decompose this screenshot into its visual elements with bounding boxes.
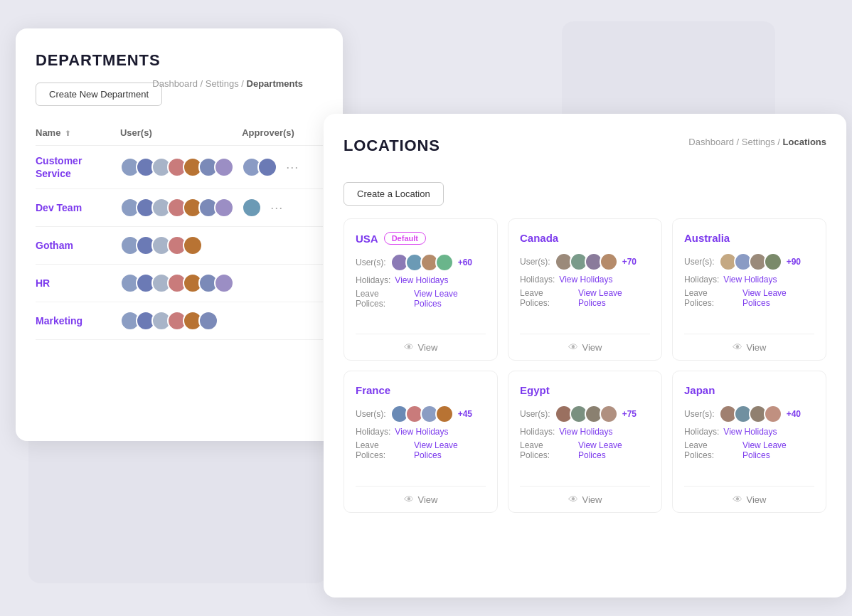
location-name[interactable]: Canada (520, 232, 558, 244)
approver-group: ··· (242, 157, 323, 177)
view-card-footer[interactable]: 👁 View (520, 486, 650, 512)
avatar (435, 253, 454, 272)
approver-avatar-group (242, 157, 277, 177)
user-count: +90 (787, 257, 801, 267)
avatar (198, 311, 218, 331)
card-top: Australia (684, 232, 814, 244)
create-department-button[interactable]: Create New Department (36, 83, 162, 106)
col-name: Name ⬆ (36, 122, 120, 146)
users-avatar-group (120, 273, 242, 293)
view-label: View (418, 342, 438, 353)
card-top: Egypt (520, 384, 650, 396)
departments-panel: DEPARTMENTS Dashboard / Settings / Depar… (16, 28, 343, 441)
view-label: View (747, 494, 767, 505)
view-leave-link[interactable]: View Leave Polices (742, 440, 814, 460)
view-holidays-link[interactable]: View Holidays (559, 427, 612, 437)
breadcrumb-active: Departments (247, 78, 303, 89)
breadcrumb-base: Dashboard / Settings / (152, 78, 246, 89)
location-card-canada: Canada User(s): +70 Holidays: View Holid… (508, 218, 662, 361)
users-avatar-group (120, 198, 242, 218)
view-leave-link[interactable]: View Leave Polices (414, 440, 486, 460)
holidays-info: Holidays: View Holidays (520, 427, 650, 437)
view-card-footer[interactable]: 👁 View (356, 486, 486, 512)
view-leave-link[interactable]: View Leave Polices (742, 288, 814, 308)
dept-hr[interactable]: HR (36, 277, 50, 289)
user-count: +40 (787, 409, 801, 419)
card-top: Canada (520, 232, 650, 244)
dept-dev-team[interactable]: Dev Team (36, 202, 82, 213)
avatar (764, 405, 782, 423)
locations-header: LOCATIONS Dashboard / Settings / Locatio… (344, 137, 826, 155)
avatar (257, 157, 277, 177)
location-name[interactable]: USA (356, 233, 378, 245)
approver-avatar-group (242, 198, 262, 218)
view-card-footer[interactable]: 👁 View (520, 334, 650, 360)
more-options[interactable]: ··· (286, 160, 299, 175)
eye-icon: 👁 (568, 494, 578, 505)
dept-gotham[interactable]: Gotham (36, 240, 73, 251)
view-label: View (418, 494, 438, 505)
card-top: France (356, 384, 486, 396)
card-top: USA Default (356, 232, 486, 245)
location-name[interactable]: Australia (684, 232, 730, 244)
users-avatar-group (120, 157, 242, 177)
locations-title: LOCATIONS (344, 137, 440, 155)
holidays-info: Holidays: View Holidays (356, 427, 486, 437)
leave-info: Leave Polices: View Leave Polices (684, 440, 814, 460)
avatar (764, 253, 782, 271)
avatar (183, 235, 203, 255)
view-holidays-link[interactable]: View Holidays (395, 275, 448, 285)
avatar (242, 198, 262, 218)
view-card-footer[interactable]: 👁 View (356, 334, 486, 360)
table-row: Customer Service (36, 146, 323, 189)
user-info: User(s): +60 (356, 253, 486, 272)
leave-info: Leave Polices: View Leave Polices (520, 288, 650, 308)
leave-info: Leave Polices: View Leave Polices (684, 288, 814, 308)
view-leave-link[interactable]: View Leave Polices (578, 440, 650, 460)
user-info: User(s): +75 (520, 405, 650, 423)
view-card-footer[interactable]: 👁 View (684, 334, 814, 360)
eye-icon: 👁 (568, 341, 578, 353)
location-card-usa: USA Default User(s): +60 Holidays: View … (344, 218, 498, 361)
avatar (214, 273, 234, 293)
holidays-info: Holidays: View Holidays (684, 275, 814, 285)
avatar (600, 253, 618, 271)
location-name[interactable]: France (356, 384, 390, 396)
dept-marketing[interactable]: Marketing (36, 315, 82, 326)
view-holidays-link[interactable]: View Holidays (723, 427, 777, 437)
leave-info: Leave Polices: View Leave Polices (520, 440, 650, 460)
location-name[interactable]: Egypt (520, 384, 550, 396)
location-name[interactable]: Japan (684, 384, 715, 396)
view-label: View (582, 342, 602, 353)
holidays-info: Holidays: View Holidays (356, 275, 486, 285)
col-users: User(s) (120, 122, 242, 146)
dept-customer-service[interactable]: Customer Service (36, 155, 82, 179)
view-card-footer[interactable]: 👁 View (684, 486, 814, 512)
user-count: +70 (622, 257, 637, 267)
user-count: +75 (622, 409, 637, 419)
view-leave-link[interactable]: View Leave Polices (578, 288, 650, 308)
departments-breadcrumb: Dashboard / Settings / Departments (152, 78, 303, 89)
table-row: Dev Team (36, 189, 323, 227)
view-leave-link[interactable]: View Leave Polices (414, 289, 486, 309)
location-card-france: France User(s): +45 Holidays: View Holid… (344, 371, 498, 513)
user-info: User(s): +40 (684, 405, 814, 423)
view-holidays-link[interactable]: View Holidays (395, 427, 448, 437)
users-avatar-group (120, 311, 242, 331)
locations-breadcrumb: Dashboard / Settings / Locations (688, 137, 826, 147)
view-holidays-link[interactable]: View Holidays (559, 275, 612, 285)
user-info: User(s): +90 (684, 253, 814, 271)
location-card-australia: Australia User(s): +90 Holidays: View Ho… (672, 218, 826, 361)
user-info: User(s): +70 (520, 253, 650, 271)
holidays-info: Holidays: View Holidays (684, 427, 814, 437)
create-location-button[interactable]: Create a Location (344, 182, 444, 206)
sort-icon: ⬆ (65, 129, 70, 137)
users-avatar-group (120, 235, 242, 255)
user-count: +60 (458, 257, 472, 267)
table-row: Marketing (36, 302, 323, 340)
table-row: Gotham (36, 227, 323, 265)
view-label: View (747, 342, 767, 353)
more-options[interactable]: ··· (270, 201, 283, 216)
view-holidays-link[interactable]: View Holidays (723, 275, 777, 285)
loc-breadcrumb-base: Dashboard / Settings / (688, 137, 782, 147)
